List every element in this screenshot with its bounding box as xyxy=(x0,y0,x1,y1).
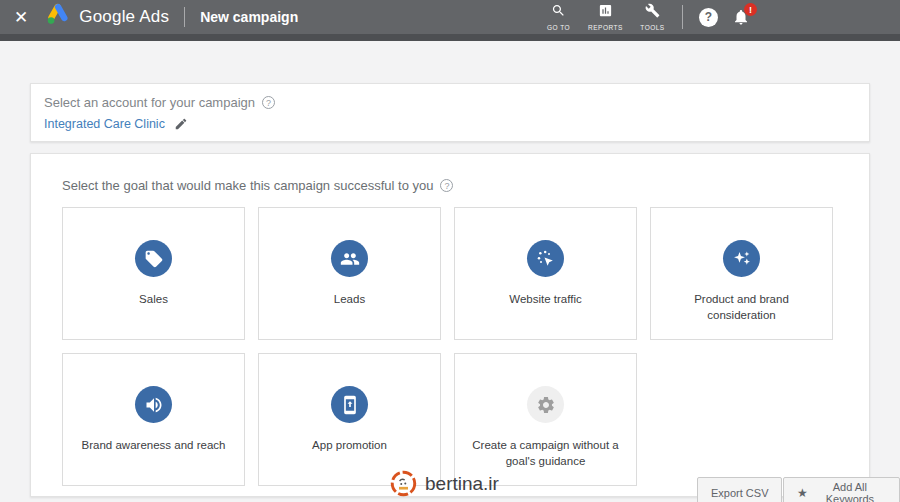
bertina-logo-icon xyxy=(390,470,417,497)
tools-label: TOOLS xyxy=(640,24,664,31)
goal-card-label: Product and brand consideration xyxy=(651,292,832,323)
google-ads-logo xyxy=(44,3,79,31)
account-panel: Select an account for your campaign ? In… xyxy=(30,83,870,142)
brand-name: Google Ads xyxy=(79,7,169,27)
help-button[interactable]: ? xyxy=(699,8,718,27)
google-ads-new-campaign-screen: ✕ Google Ads New campaign GO TO RE xyxy=(0,0,900,502)
notifications-button[interactable]: ! xyxy=(732,8,750,26)
bar-chart-icon xyxy=(598,3,613,22)
click-icon xyxy=(527,240,564,277)
goal-panel: Select the goal that would make this cam… xyxy=(30,153,870,497)
export-csv-label: Export CSV xyxy=(711,487,768,499)
megaphone-icon xyxy=(135,386,172,423)
topbar-nav-divider xyxy=(682,5,683,29)
tag-icon xyxy=(135,240,172,277)
topbar-divider xyxy=(184,7,185,27)
go-to-button[interactable]: GO TO xyxy=(535,3,582,31)
goal-card-label: App promotion xyxy=(300,438,399,454)
goal-card-label: Sales xyxy=(127,292,180,308)
goal-card-label: Website traffic xyxy=(497,292,593,308)
topbar-shadow-strip xyxy=(0,34,900,41)
page-title: New campaign xyxy=(200,9,298,25)
smartphone-icon xyxy=(331,386,368,423)
add-all-keywords-button[interactable]: ★ Add All Keywords xyxy=(783,477,900,502)
topbar-nav: GO TO REPORTS TOOLS ? xyxy=(535,3,888,31)
close-icon[interactable]: ✕ xyxy=(14,9,28,26)
goal-card-app-promotion[interactable]: App promotion xyxy=(258,353,441,486)
edit-account-button[interactable] xyxy=(174,117,188,131)
goal-card-no-goal-guidance[interactable]: Create a campaign without a goal's guida… xyxy=(454,353,637,486)
goal-help-icon[interactable]: ? xyxy=(440,179,453,192)
sparkles-icon xyxy=(723,240,760,277)
watermark-text: bertina.ir xyxy=(425,473,499,495)
reports-button[interactable]: REPORTS xyxy=(582,3,629,31)
help-icon: ? xyxy=(705,10,712,24)
goal-section-label: Select the goal that would make this cam… xyxy=(62,178,433,193)
search-icon xyxy=(551,3,566,22)
goal-card-leads[interactable]: Leads xyxy=(258,207,441,340)
account-section-label: Select an account for your campaign xyxy=(44,95,255,110)
account-name-link[interactable]: Integrated Care Clinic xyxy=(44,117,165,131)
goal-card-brand-awareness-reach[interactable]: Brand awareness and reach xyxy=(62,353,245,486)
goal-card-label: Brand awareness and reach xyxy=(70,438,238,454)
notification-badge: ! xyxy=(744,3,757,16)
account-help-icon[interactable]: ? xyxy=(262,96,275,109)
goal-card-sales[interactable]: Sales xyxy=(62,207,245,340)
topbar: ✕ Google Ads New campaign GO TO RE xyxy=(0,0,900,34)
wrench-icon xyxy=(645,3,660,22)
add-all-keywords-label: Add All Keywords xyxy=(814,481,886,502)
goal-card-grid: Sales Leads Website traffic xyxy=(62,207,838,486)
gear-icon xyxy=(527,386,564,423)
goal-card-product-brand-consideration[interactable]: Product and brand consideration xyxy=(650,207,833,340)
go-to-label: GO TO xyxy=(547,24,570,31)
export-csv-button[interactable]: Export CSV xyxy=(697,477,782,502)
reports-label: REPORTS xyxy=(588,24,623,31)
goal-card-website-traffic[interactable]: Website traffic xyxy=(454,207,637,340)
watermark: bertina.ir xyxy=(390,470,499,497)
star-icon: ★ xyxy=(797,487,808,499)
people-icon xyxy=(331,240,368,277)
goal-card-label: Leads xyxy=(322,292,377,308)
goal-card-label: Create a campaign without a goal's guida… xyxy=(455,438,636,469)
tools-button[interactable]: TOOLS xyxy=(629,3,676,31)
